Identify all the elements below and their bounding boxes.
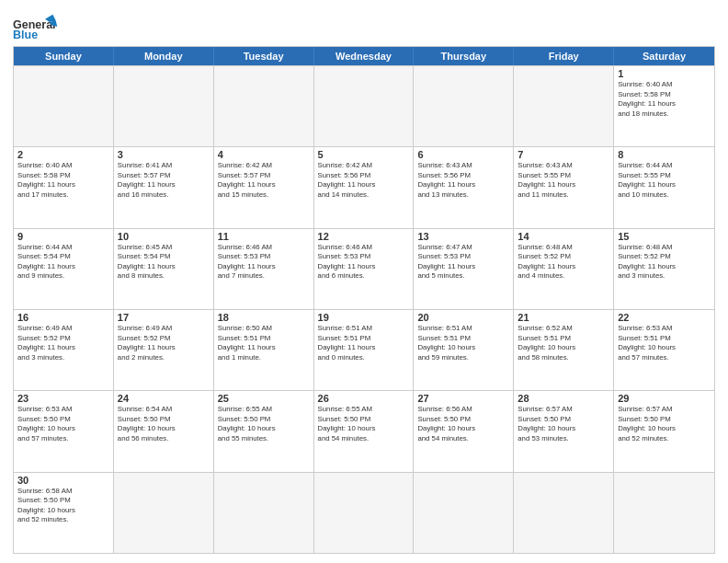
calendar-cell-empty (114, 473, 214, 553)
day-info: Sunrise: 6:49 AM Sunset: 5:52 PM Dayligh… (118, 324, 210, 362)
day-number: 4 (218, 149, 310, 160)
day-number: 17 (118, 312, 210, 323)
day-info: Sunrise: 6:47 AM Sunset: 5:53 PM Dayligh… (417, 243, 509, 282)
day-info: Sunrise: 6:41 AM Sunset: 5:57 PM Dayligh… (118, 161, 210, 200)
calendar-cell-day-15: 15Sunrise: 6:48 AM Sunset: 5:52 PM Dayli… (614, 229, 714, 309)
header: General Blue (13, 9, 715, 40)
day-number: 30 (17, 475, 109, 486)
weekday-header-sunday: Sunday (14, 47, 114, 65)
calendar-cell-empty (114, 66, 214, 146)
calendar-cell-day-27: 27Sunrise: 6:56 AM Sunset: 5:50 PM Dayli… (414, 391, 514, 471)
day-number: 15 (618, 231, 711, 242)
weekday-header-friday: Friday (514, 47, 614, 65)
weekday-header-wednesday: Wednesday (314, 47, 415, 65)
day-number: 14 (518, 231, 609, 242)
calendar-cell-empty (314, 473, 415, 553)
day-number: 13 (417, 231, 509, 242)
calendar-cell-day-8: 8Sunrise: 6:44 AM Sunset: 5:55 PM Daylig… (614, 147, 714, 227)
day-number: 24 (118, 393, 210, 404)
day-info: Sunrise: 6:46 AM Sunset: 5:53 PM Dayligh… (318, 243, 410, 282)
day-number: 21 (518, 312, 609, 323)
day-number: 18 (218, 312, 310, 323)
calendar-cell-day-11: 11Sunrise: 6:46 AM Sunset: 5:53 PM Dayli… (214, 229, 314, 309)
day-number: 20 (417, 312, 509, 323)
day-info: Sunrise: 6:40 AM Sunset: 5:58 PM Dayligh… (618, 80, 711, 119)
day-number: 19 (318, 312, 410, 323)
calendar-cell-empty (314, 66, 415, 146)
calendar-cell-day-10: 10Sunrise: 6:45 AM Sunset: 5:54 PM Dayli… (114, 229, 214, 309)
calendar: SundayMondayTuesdayWednesdayThursdayFrid… (13, 46, 715, 554)
day-info: Sunrise: 6:53 AM Sunset: 5:51 PM Dayligh… (618, 324, 711, 362)
calendar-cell-empty (614, 473, 714, 553)
calendar-cell-day-21: 21Sunrise: 6:52 AM Sunset: 5:51 PM Dayli… (514, 310, 614, 390)
day-number: 2 (17, 149, 109, 160)
calendar-cell-day-20: 20Sunrise: 6:51 AM Sunset: 5:51 PM Dayli… (414, 310, 514, 390)
calendar-cell-day-23: 23Sunrise: 6:53 AM Sunset: 5:50 PM Dayli… (14, 391, 114, 471)
day-number: 5 (318, 149, 410, 160)
calendar-cell-day-13: 13Sunrise: 6:47 AM Sunset: 5:53 PM Dayli… (414, 229, 514, 309)
day-number: 9 (17, 231, 109, 242)
logo: General Blue (13, 9, 59, 40)
calendar-row-5: 30Sunrise: 6:58 AM Sunset: 5:50 PM Dayli… (14, 472, 714, 553)
calendar-cell-day-14: 14Sunrise: 6:48 AM Sunset: 5:52 PM Dayli… (514, 229, 614, 309)
day-info: Sunrise: 6:57 AM Sunset: 5:50 PM Dayligh… (518, 405, 609, 443)
day-info: Sunrise: 6:56 AM Sunset: 5:50 PM Dayligh… (417, 405, 509, 443)
day-number: 25 (218, 393, 310, 404)
day-info: Sunrise: 6:42 AM Sunset: 5:56 PM Dayligh… (318, 161, 410, 200)
day-info: Sunrise: 6:55 AM Sunset: 5:50 PM Dayligh… (318, 405, 410, 443)
day-info: Sunrise: 6:49 AM Sunset: 5:52 PM Dayligh… (17, 324, 109, 362)
day-number: 16 (17, 312, 109, 323)
day-number: 23 (17, 393, 109, 404)
day-info: Sunrise: 6:48 AM Sunset: 5:52 PM Dayligh… (518, 243, 609, 282)
weekday-header-saturday: Saturday (614, 47, 714, 65)
calendar-cell-day-1: 1Sunrise: 6:40 AM Sunset: 5:58 PM Daylig… (614, 66, 714, 146)
weekday-header-tuesday: Tuesday (214, 47, 314, 65)
calendar-cell-day-22: 22Sunrise: 6:53 AM Sunset: 5:51 PM Dayli… (614, 310, 714, 390)
calendar-header: SundayMondayTuesdayWednesdayThursdayFrid… (14, 47, 714, 65)
calendar-cell-empty (514, 66, 614, 146)
calendar-cell-day-5: 5Sunrise: 6:42 AM Sunset: 5:56 PM Daylig… (314, 147, 415, 227)
calendar-row-4: 23Sunrise: 6:53 AM Sunset: 5:50 PM Dayli… (14, 390, 714, 471)
day-info: Sunrise: 6:46 AM Sunset: 5:53 PM Dayligh… (218, 243, 310, 282)
day-info: Sunrise: 6:57 AM Sunset: 5:50 PM Dayligh… (618, 405, 711, 443)
day-info: Sunrise: 6:44 AM Sunset: 5:54 PM Dayligh… (17, 243, 109, 282)
day-info: Sunrise: 6:45 AM Sunset: 5:54 PM Dayligh… (118, 243, 210, 282)
day-info: Sunrise: 6:50 AM Sunset: 5:51 PM Dayligh… (218, 324, 310, 362)
day-info: Sunrise: 6:54 AM Sunset: 5:50 PM Dayligh… (118, 405, 210, 443)
calendar-cell-day-17: 17Sunrise: 6:49 AM Sunset: 5:52 PM Dayli… (114, 310, 214, 390)
calendar-cell-day-18: 18Sunrise: 6:50 AM Sunset: 5:51 PM Dayli… (214, 310, 314, 390)
calendar-cell-day-12: 12Sunrise: 6:46 AM Sunset: 5:53 PM Dayli… (314, 229, 415, 309)
day-number: 12 (318, 231, 410, 242)
day-info: Sunrise: 6:51 AM Sunset: 5:51 PM Dayligh… (417, 324, 509, 362)
calendar-cell-day-9: 9Sunrise: 6:44 AM Sunset: 5:54 PM Daylig… (14, 229, 114, 309)
day-info: Sunrise: 6:43 AM Sunset: 5:55 PM Dayligh… (518, 161, 609, 200)
calendar-cell-day-25: 25Sunrise: 6:55 AM Sunset: 5:50 PM Dayli… (214, 391, 314, 471)
day-info: Sunrise: 6:43 AM Sunset: 5:56 PM Dayligh… (417, 161, 509, 200)
day-info: Sunrise: 6:58 AM Sunset: 5:50 PM Dayligh… (17, 487, 109, 525)
calendar-row-3: 16Sunrise: 6:49 AM Sunset: 5:52 PM Dayli… (14, 309, 714, 390)
calendar-cell-day-28: 28Sunrise: 6:57 AM Sunset: 5:50 PM Dayli… (514, 391, 614, 471)
day-number: 22 (618, 312, 711, 323)
calendar-cell-empty (214, 473, 314, 553)
page: General Blue SundayMondayTuesdayWednesda… (0, 0, 728, 563)
day-info: Sunrise: 6:48 AM Sunset: 5:52 PM Dayligh… (618, 243, 711, 282)
day-number: 11 (218, 231, 310, 242)
calendar-cell-day-6: 6Sunrise: 6:43 AM Sunset: 5:56 PM Daylig… (414, 147, 514, 227)
logo-icon: General Blue (13, 13, 59, 40)
calendar-cell-empty (214, 66, 314, 146)
calendar-cell-day-19: 19Sunrise: 6:51 AM Sunset: 5:51 PM Dayli… (314, 310, 415, 390)
calendar-cell-day-16: 16Sunrise: 6:49 AM Sunset: 5:52 PM Dayli… (14, 310, 114, 390)
day-info: Sunrise: 6:55 AM Sunset: 5:50 PM Dayligh… (218, 405, 310, 443)
calendar-cell-empty (414, 473, 514, 553)
calendar-row-1: 2Sunrise: 6:40 AM Sunset: 5:58 PM Daylig… (14, 146, 714, 227)
calendar-cell-day-24: 24Sunrise: 6:54 AM Sunset: 5:50 PM Dayli… (114, 391, 214, 471)
day-number: 8 (618, 149, 711, 160)
day-number: 26 (318, 393, 410, 404)
calendar-cell-day-7: 7Sunrise: 6:43 AM Sunset: 5:55 PM Daylig… (514, 147, 614, 227)
calendar-cell-day-2: 2Sunrise: 6:40 AM Sunset: 5:58 PM Daylig… (14, 147, 114, 227)
calendar-row-2: 9Sunrise: 6:44 AM Sunset: 5:54 PM Daylig… (14, 228, 714, 309)
calendar-cell-day-29: 29Sunrise: 6:57 AM Sunset: 5:50 PM Dayli… (614, 391, 714, 471)
calendar-cell-empty (14, 66, 114, 146)
calendar-cell-day-30: 30Sunrise: 6:58 AM Sunset: 5:50 PM Dayli… (14, 473, 114, 553)
day-number: 3 (118, 149, 210, 160)
